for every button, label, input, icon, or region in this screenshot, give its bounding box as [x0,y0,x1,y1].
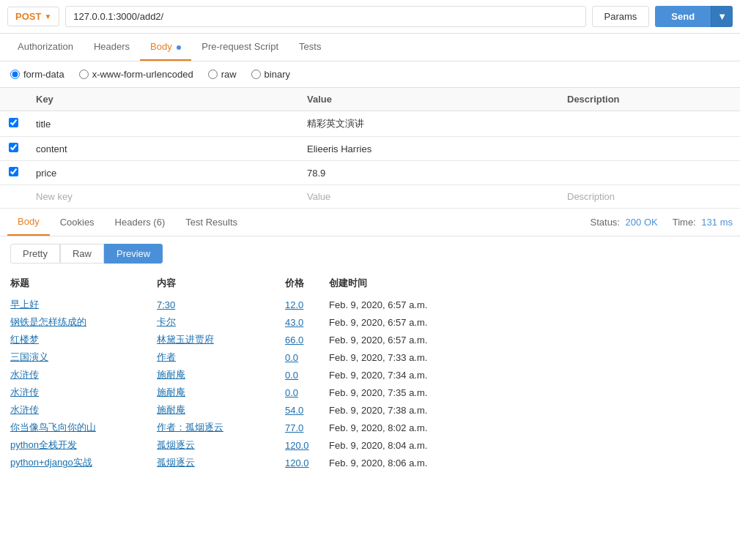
row-key-1[interactable]: content [27,137,298,161]
x-www-label: x-www-form-urlencoded [92,69,193,80]
view-preview-button[interactable]: Preview [104,244,163,264]
preview-col-price: 价格 [285,277,329,290]
response-tab-nav: Body Cookies Headers (6) Test Results St… [0,209,740,236]
preview-title-link-1[interactable]: 钢铁是怎样练成的 [10,316,157,329]
tab-headers[interactable]: Headers [84,34,140,61]
preview-content-link-6[interactable]: 施耐庵 [157,403,285,417]
preview-price-link-6[interactable]: 54.0 [285,405,329,416]
col-key: Key [27,88,298,111]
table-row: price 78.9 [0,161,740,185]
time-text-label: Time: [673,217,696,228]
form-data-radio-label[interactable]: form-data [10,69,64,80]
preview-date-7: Feb. 9, 2020, 8:02 a.m. [329,422,427,433]
x-www-radio-label[interactable]: x-www-form-urlencoded [79,69,193,80]
send-button[interactable]: Send [655,6,711,27]
preview-price-link-8[interactable]: 120.0 [285,440,329,451]
preview-price-link-0[interactable]: 12.0 [285,299,329,310]
status-value: 200 OK [626,217,658,228]
list-item: 水浒传 施耐庵 0.0 Feb. 9, 2020, 7:35 a.m. [10,384,730,401]
preview-content-link-5[interactable]: 施耐庵 [157,386,285,399]
response-tab-body[interactable]: Body [7,209,50,236]
preview-content-link-1[interactable]: 卡尔 [157,316,285,329]
binary-radio-label[interactable]: binary [251,69,290,80]
table-row: content Elieeris Harries [0,137,740,161]
url-input[interactable] [65,6,585,27]
time-value: 131 ms [701,217,733,228]
response-tab-test-results[interactable]: Test Results [175,209,248,235]
preview-price-link-4[interactable]: 0.0 [285,370,329,381]
empty-key[interactable]: New key [27,185,298,209]
preview-title-link-9[interactable]: python+django实战 [10,456,157,469]
preview-content-link-9[interactable]: 孤烟逐云 [157,456,285,469]
row-checkbox-0[interactable] [9,118,18,127]
view-raw-button[interactable]: Raw [60,244,104,264]
params-button[interactable]: Params [592,6,650,27]
row-desc-1[interactable] [558,137,740,161]
preview-price-link-7[interactable]: 77.0 [285,422,329,433]
preview-title-link-0[interactable]: 早上好 [10,298,157,311]
row-desc-0[interactable] [558,111,740,137]
response-tab-headers[interactable]: Headers (6) [105,209,176,235]
row-key-0[interactable]: title [27,111,298,137]
tab-pre-request-script[interactable]: Pre-request Script [191,34,289,61]
view-pretty-button[interactable]: Pretty [10,244,60,264]
preview-col-content: 内容 [157,277,285,290]
preview-header: 标题 内容 价格 创建时间 [10,271,730,296]
preview-title-link-5[interactable]: 水浒传 [10,386,157,399]
preview-title-link-4[interactable]: 水浒传 [10,368,157,381]
preview-title-link-6[interactable]: 水浒传 [10,403,157,417]
preview-content-link-7[interactable]: 作者：孤烟逐云 [157,421,285,434]
tab-tests[interactable]: Tests [289,34,331,61]
row-value-2[interactable]: 78.9 [298,161,558,185]
form-data-label: form-data [23,69,64,80]
request-tab-nav: Authorization Headers Body Pre-request S… [0,34,740,61]
binary-radio[interactable] [251,70,261,79]
response-tab-cookies[interactable]: Cookies [50,209,105,235]
preview-price-link-2[interactable]: 66.0 [285,335,329,346]
table-row-empty: New key Value Description [0,185,740,209]
raw-radio-label[interactable]: raw [208,69,237,80]
preview-price-link-1[interactable]: 43.0 [285,317,329,328]
col-value: Value [298,88,558,111]
send-group: Send ▼ [655,6,733,27]
row-value-1[interactable]: Elieeris Harries [298,137,558,161]
x-www-radio[interactable] [79,70,89,79]
empty-desc[interactable]: Description [558,185,740,209]
tab-authorization[interactable]: Authorization [7,34,84,61]
row-checkbox-2[interactable] [9,167,18,176]
status-info: Status: 200 OK Time: 131 ms [591,217,733,228]
preview-price-link-3[interactable]: 0.0 [285,352,329,363]
list-item: 钢铁是怎样练成的 卡尔 43.0 Feb. 9, 2020, 6:57 a.m. [10,313,730,331]
preview-title-link-2[interactable]: 红楼梦 [10,333,157,346]
method-label: POST [15,11,41,22]
preview-content-link-0[interactable]: 7:30 [157,299,285,310]
row-value-0[interactable]: 精彩英文演讲 [298,111,558,137]
form-data-table: Key Value Description title 精彩英文演讲 conte… [0,88,740,209]
list-item: 三国演义 作者 0.0 Feb. 9, 2020, 7:33 a.m. [10,348,730,366]
preview-date-8: Feb. 9, 2020, 8:04 a.m. [329,440,427,451]
preview-content-link-3[interactable]: 作者 [157,351,285,364]
preview-content-link-8[interactable]: 孤烟逐云 [157,438,285,452]
list-item: python全栈开发 孤烟逐云 120.0 Feb. 9, 2020, 8:04… [10,436,730,454]
list-item: 早上好 7:30 12.0 Feb. 9, 2020, 6:57 a.m. [10,296,730,313]
form-data-radio[interactable] [10,70,20,79]
row-key-2[interactable]: price [27,161,298,185]
preview-content-link-2[interactable]: 林黛玉进贾府 [157,333,285,346]
raw-label: raw [221,69,237,80]
preview-content-link-4[interactable]: 施耐庵 [157,368,285,381]
empty-value[interactable]: Value [298,185,558,209]
row-desc-2[interactable] [558,161,740,185]
list-item: 水浒传 施耐庵 54.0 Feb. 9, 2020, 7:38 a.m. [10,401,730,419]
preview-title-link-8[interactable]: python全栈开发 [10,438,157,452]
preview-price-link-9[interactable]: 120.0 [285,458,329,468]
send-dropdown-button[interactable]: ▼ [711,6,733,27]
preview-title-link-7[interactable]: 你当像鸟飞向你的山 [10,421,157,434]
view-toggle: Pretty Raw Preview [0,236,740,271]
tab-body[interactable]: Body [140,34,191,61]
preview-title-link-3[interactable]: 三国演义 [10,351,157,364]
preview-price-link-5[interactable]: 0.0 [285,387,329,398]
method-select[interactable]: POST ▼ [7,7,59,26]
col-checkbox [0,88,27,111]
row-checkbox-1[interactable] [9,143,18,152]
raw-radio[interactable] [208,70,218,79]
